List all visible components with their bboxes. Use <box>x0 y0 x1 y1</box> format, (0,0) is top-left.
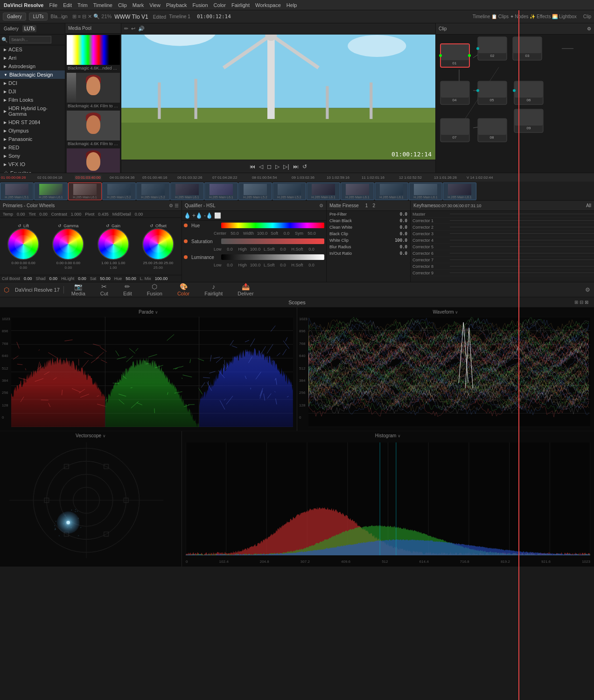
lut-item-panasonic[interactable]: ▶Panasonic <box>0 135 65 143</box>
nav-fairlight[interactable]: ♪ Fairlight <box>201 281 226 298</box>
stop-btn[interactable]: ◻ <box>267 163 272 170</box>
add-eyedropper-icon[interactable]: +💧 <box>192 212 203 219</box>
go-end-btn[interactable]: ⏭ <box>293 163 299 170</box>
color-menu[interactable]: Color <box>214 2 226 8</box>
qualifier-options[interactable]: ⚙ <box>319 203 323 208</box>
scopes-layout-icons[interactable]: ⊞ ⊟ ⊠ <box>574 300 588 305</box>
app-menu-item[interactable]: DaVinci Resolve <box>4 2 43 8</box>
offset-values: 25.00 25.00 25.00 <box>143 261 174 265</box>
lum-bar[interactable] <box>221 254 324 260</box>
hue-sym-val: 50.0 <box>304 231 319 236</box>
lut-item-hdr-hlg[interactable]: ▶HDR Hybrid Log-Gamma <box>0 104 65 118</box>
prev-frame-btn[interactable]: ◁ <box>259 163 263 170</box>
trim-menu[interactable]: Trim <box>77 2 88 8</box>
lum-lsoft-val: 0.0 <box>276 263 291 267</box>
lut-item-olympus[interactable]: ▶Olympus <box>0 126 65 135</box>
eyedropper-icon[interactable]: 💧 <box>184 212 191 219</box>
clip-03[interactable]: H.265 Main L6.1 <box>68 182 102 200</box>
view-menu[interactable]: View <box>149 2 161 8</box>
nav-cut[interactable]: ✂ Cut <box>97 281 112 298</box>
clip-menu[interactable]: Clip <box>118 2 127 8</box>
lut-item-film[interactable]: ▶Film Looks <box>0 96 65 104</box>
lut-item-sony[interactable]: ▶Sony <box>0 152 65 160</box>
lut-item-aces[interactable]: ▶ACES <box>0 45 65 54</box>
lut-item-arri[interactable]: ▶Arri <box>0 54 65 62</box>
lut-item-vfx[interactable]: ▶VFX IO <box>0 160 65 168</box>
clip-02[interactable]: H.265 Main L6.1 <box>34 182 68 200</box>
media-thumb-2[interactable]: Blackmagic 4.6K Film to Rec709 v9 <box>67 73 119 109</box>
lut-search-input[interactable] <box>9 36 51 43</box>
lut-item-blackmagic[interactable]: ▼Blackmagic Design <box>0 70 65 79</box>
clip-06[interactable]: H.265 Main L6.1 <box>170 182 204 200</box>
sat-bar[interactable] <box>221 238 324 244</box>
clip-08[interactable]: H.265 Main L5.2 <box>238 182 272 200</box>
audio-icon[interactable]: 🔊 <box>138 26 145 32</box>
edit-menu[interactable]: Edit <box>63 2 72 8</box>
node-graph-title: Clip <box>439 26 447 31</box>
undo-icon[interactable]: ↩ <box>131 26 135 32</box>
svg-rect-28 <box>478 37 506 53</box>
clip-11[interactable]: H.265 Main L6.1 <box>341 182 374 200</box>
toolbar-settings-icon[interactable]: ⚙ <box>585 287 590 293</box>
clip-07[interactable]: H.265 Main L6.1 <box>204 182 238 200</box>
lut-item-astro[interactable]: ▶Astrodesign <box>0 62 65 70</box>
gamma-reset-icon[interactable]: ↺ <box>58 224 62 228</box>
timeline-menu[interactable]: Timeline <box>93 2 112 8</box>
offset-wheel[interactable] <box>142 228 174 260</box>
gain-wheel[interactable] <box>98 228 129 260</box>
highlight-icon[interactable]: ⬜ <box>214 212 221 219</box>
clip-02-codec: H.265 Main L6.1 <box>39 196 63 199</box>
clip-10[interactable]: H.265 Main L6.1 <box>307 182 340 200</box>
nav-center: 📷 Media ✂ Cut ✏ Edit ⬡ Fusion 🎨 Color ♪ … <box>68 281 258 298</box>
clip-12[interactable]: H.265 Main L6.1 <box>375 182 408 200</box>
media-thumb-4[interactable] <box>67 148 119 173</box>
lift-reset-icon[interactable]: ↺ <box>18 224 21 228</box>
sub-eyedropper-icon[interactable]: -💧 <box>204 212 213 219</box>
go-start-btn[interactable]: ⏮ <box>250 163 255 170</box>
clip-01[interactable]: H.265 Main L5.1 <box>0 182 34 200</box>
play-btn[interactable]: ▷ <box>275 163 280 170</box>
mark-menu[interactable]: Mark <box>133 2 144 8</box>
lut-item-favorites[interactable]: ☆Favorites <box>0 168 65 173</box>
gain-reset-icon[interactable]: ↺ <box>106 224 110 228</box>
gallery-tab[interactable]: Gallery <box>2 25 21 32</box>
lut-item-dji[interactable]: ▶DJI <box>0 87 65 96</box>
fusion-menu[interactable]: Fusion <box>193 2 208 8</box>
media-thumb-3[interactable]: Blackmagic 4.6K Film to Rec709 <box>67 111 119 147</box>
gain-label: Gain <box>112 224 120 228</box>
lut-item-red[interactable]: ▶RED <box>0 143 65 152</box>
file-menu[interactable]: File <box>49 2 57 8</box>
loop-btn[interactable]: ↺ <box>302 163 307 170</box>
clip-09[interactable]: H.265 Main L5.2 <box>273 182 306 200</box>
nav-edit[interactable]: ✏ Edit <box>119 281 136 298</box>
keyframes-panel: Keyframes 00:07:30:06 | 00:07:31:10 All … <box>411 201 594 282</box>
help-menu[interactable]: Help <box>287 2 297 8</box>
luts-btn[interactable]: LUTs <box>29 13 48 21</box>
luts-tab[interactable]: LUTs <box>22 25 37 32</box>
clip-05[interactable]: H.265 Main L5.2 <box>136 182 170 200</box>
hue-bar[interactable] <box>221 223 324 228</box>
media-thumb-1[interactable]: Blackmagic 4.6K...nded Video v4 <box>67 35 119 71</box>
nav-fusion[interactable]: ⬡ Fusion <box>143 281 166 298</box>
clip-13[interactable]: H.265 Main L6.1 <box>409 182 442 200</box>
matte-tab-2[interactable]: 2 <box>372 203 375 208</box>
workspace-menu[interactable]: Workspace <box>255 2 281 8</box>
lut-item-hdr-st[interactable]: ▶HDR ST 2084 <box>0 118 65 126</box>
offset-reset-icon[interactable]: ↺ <box>150 224 154 228</box>
lift-wheel[interactable] <box>7 228 39 260</box>
lut-item-dci[interactable]: ▶DCI <box>0 79 65 87</box>
gamma-wheel[interactable] <box>52 228 84 260</box>
primaries-options[interactable]: ⚙ ☰ <box>169 203 179 208</box>
playback-menu[interactable]: Playback <box>166 2 187 8</box>
fairlight-menu[interactable]: Fairlight <box>231 2 250 8</box>
nav-deliver[interactable]: 📤 Deliver <box>234 281 257 298</box>
timeline-label[interactable]: Timeline 1 <box>169 14 190 19</box>
matte-tab-1[interactable]: 1 <box>365 203 368 208</box>
gallery-btn[interactable]: Gallery <box>3 13 26 21</box>
clip-14[interactable]: H.265 Main L6.1 <box>443 182 476 200</box>
next-frame-btn[interactable]: ▷| <box>283 163 289 170</box>
nav-media[interactable]: 📷 Media <box>68 281 89 298</box>
folder-label: Bla...ign <box>50 14 67 19</box>
nav-color[interactable]: 🎨 Color <box>174 281 193 298</box>
clip-04[interactable]: H.265 Main L5.2 <box>102 182 136 200</box>
